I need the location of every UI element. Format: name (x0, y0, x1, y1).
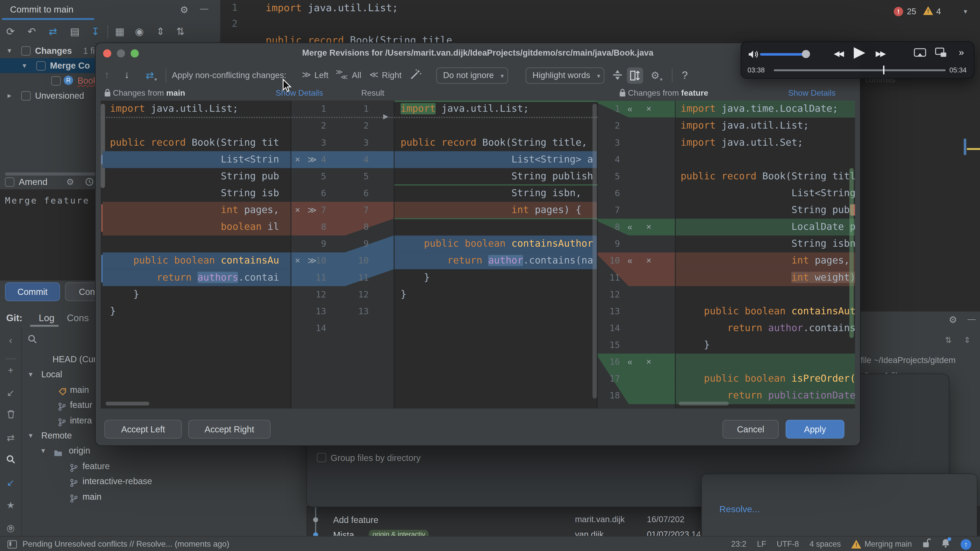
result-pane[interactable]: import java.util.List;public record Book… (394, 100, 597, 408)
commit-message[interactable]: Add feature (333, 515, 378, 525)
right-show-details-link[interactable]: Show Details (788, 88, 835, 100)
sort-icon[interactable]: ⇅ (945, 335, 952, 345)
tree-item-unversioned[interactable]: ▸Unversioned (0, 88, 100, 103)
left-horizontal-scrollbar[interactable] (106, 402, 149, 406)
commit-message-editor[interactable]: Merge feature i (0, 189, 95, 281)
branch-item-local[interactable]: ▾Local (0, 367, 95, 382)
next-problem-icon[interactable]: ▾ (964, 7, 967, 16)
apply-right-icon[interactable]: ≪ (369, 69, 379, 79)
merge-conflicts-icon[interactable]: ⇄ (49, 25, 57, 38)
tree-item-changes[interactable]: ▾Changes1 fil (0, 43, 100, 58)
cancel-button[interactable]: Cancel (722, 420, 779, 438)
ignore-change-button[interactable]: × (295, 254, 300, 267)
timeline-track[interactable] (774, 69, 945, 71)
rollback-icon[interactable]: ↶ (27, 25, 36, 38)
accept-left-button[interactable]: Accept Left (104, 420, 182, 438)
apply-change-right-button[interactable]: ≫ (307, 203, 317, 216)
ignore-change-button[interactable]: × (646, 221, 651, 233)
accept-right-button[interactable]: Accept Right (188, 420, 270, 438)
ignore-change-button[interactable]: × (295, 203, 300, 216)
tree-item-merge-co[interactable]: ▾Merge Co (0, 58, 100, 73)
right-horizontal-scrollbar[interactable] (679, 402, 729, 406)
horizontal-scrollbar[interactable] (5, 172, 97, 176)
changelist-icon[interactable]: ▤ (70, 25, 80, 38)
encoding[interactable]: UTF-8 (777, 540, 799, 548)
amend-checkbox[interactable] (5, 178, 14, 187)
result-scrollbar[interactable] (593, 104, 597, 399)
more-icon[interactable]: » (0, 522, 21, 532)
unlocked-icon[interactable] (923, 538, 931, 550)
more-controls-icon[interactable]: » (959, 47, 964, 58)
tab-console[interactable]: Cons (67, 312, 89, 323)
apply-change-left-button[interactable]: « (628, 221, 632, 233)
tab-commit-to-main[interactable]: Commit to main (10, 4, 73, 14)
preview-icon[interactable]: ◉ (135, 25, 144, 38)
picture-in-picture-icon[interactable] (935, 48, 948, 60)
help-icon[interactable]: ? (682, 69, 688, 82)
gear-icon[interactable]: ⚙ (651, 69, 659, 81)
play-button[interactable]: ▶ (854, 43, 865, 61)
apply-right-label[interactable]: Right (382, 71, 401, 80)
ignore-change-button[interactable]: × (646, 355, 651, 368)
chevron-down-icon[interactable]: ▾ (22, 58, 26, 73)
changes-from-feature-pane[interactable]: import java.time.LocalDate;import java.u… (676, 100, 855, 408)
scroll-to-top-button[interactable]: ↑ (961, 539, 971, 549)
ignore-policy-dropdown[interactable]: Do not ignore▾ (436, 67, 508, 84)
gear-icon[interactable]: ⚙ (949, 314, 957, 326)
previous-change-icon[interactable]: ↑ (104, 69, 110, 81)
magic-wand-icon[interactable] (409, 68, 422, 83)
branch-item-head-curr[interactable]: HEAD (Curr (0, 352, 95, 367)
chevron-down-icon[interactable]: ▾ (7, 43, 11, 58)
fast-forward-button[interactable]: ▶▶ (876, 49, 885, 58)
shelve-download-icon[interactable]: ↧ (91, 25, 100, 38)
tool-window-icon[interactable] (7, 540, 17, 548)
ignore-change-button[interactable]: × (646, 254, 651, 267)
expand-icon[interactable]: ⇕ (964, 335, 970, 345)
apply-button[interactable]: Apply (786, 420, 844, 438)
branch-search-input[interactable] (25, 331, 95, 348)
volume-icon[interactable] (748, 49, 759, 62)
rewind-button[interactable]: ◀◀ (834, 49, 843, 58)
sync-scroll-toggle-active[interactable] (627, 67, 643, 84)
screen-share-icon[interactable] (914, 48, 926, 61)
next-change-icon[interactable]: ↓ (124, 69, 129, 81)
chevron-down-icon[interactable]: ▾ (29, 367, 33, 382)
ignore-change-button[interactable]: × (295, 153, 300, 165)
apply-change-left-button[interactable]: « (628, 355, 632, 368)
volume-slider[interactable] (760, 53, 809, 56)
branch-widget[interactable]: ! Merging main (851, 540, 912, 548)
apply-change-right-button[interactable]: ≫ (307, 153, 317, 165)
tab-log[interactable]: Log (39, 312, 54, 323)
apply-change-right-button[interactable]: ≫ (307, 254, 317, 267)
apply-all-icon-bottom[interactable]: ≪ (341, 73, 348, 81)
apply-change-left-button[interactable]: « (628, 254, 632, 267)
tree-item-book[interactable]: RBook (0, 73, 100, 88)
timeline-marker[interactable] (883, 65, 884, 74)
branch-item-main[interactable]: main (0, 489, 95, 504)
apply-change-left-button[interactable]: « (628, 103, 632, 115)
indent-setting[interactable]: 4 spaces (810, 540, 841, 548)
branch-item-intera[interactable]: intera (0, 413, 95, 428)
notifications-bell-icon[interactable] (941, 538, 950, 550)
status-message[interactable]: Pending Unresolved conflicts // Resolve.… (22, 539, 229, 548)
history-clock-icon[interactable] (85, 178, 94, 189)
hide-panel-icon[interactable]: ‹ (0, 335, 21, 346)
branch-item-remote[interactable]: ▾Remote (0, 428, 95, 443)
right-pane-scrollbar[interactable] (850, 168, 854, 338)
chevron-right-icon[interactable]: ▸ (7, 88, 11, 103)
caret-position[interactable]: 23:2 (731, 540, 746, 548)
chevron-down-icon[interactable]: ▾ (29, 428, 33, 443)
branch-item-main[interactable]: main (0, 382, 95, 397)
branch-item-feature[interactable]: feature (0, 458, 95, 473)
checkbox[interactable] (21, 91, 30, 101)
group-files-checkbox[interactable] (317, 453, 326, 462)
branch-item-interactive-rebase[interactable]: interactive-rebase (0, 474, 95, 489)
gear-icon[interactable]: ⚙ (66, 177, 74, 187)
branch-item-featur[interactable]: featur (0, 397, 95, 413)
expand-all-icon[interactable]: ⇕ (156, 25, 165, 38)
collapse-all-icon[interactable]: ⇅ (177, 25, 185, 38)
resolve-link[interactable]: Resolve... (719, 504, 760, 514)
refresh-icon[interactable]: ⟳ (6, 25, 14, 38)
apply-left-label[interactable]: Left (314, 71, 328, 80)
highlight-policy-dropdown[interactable]: Highlight words▾ (526, 67, 605, 84)
